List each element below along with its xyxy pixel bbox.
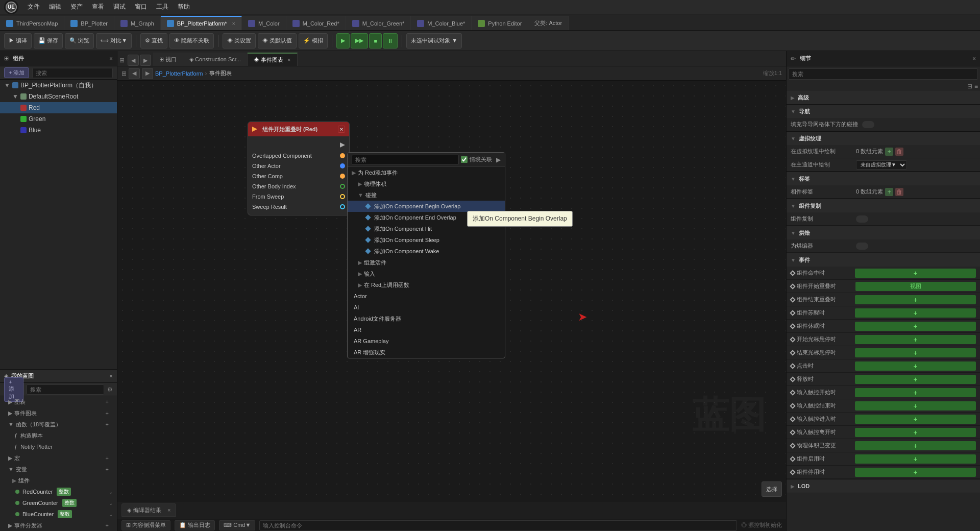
breadcrumb-bp[interactable]: BP_PlotterPlatform	[155, 70, 203, 77]
content-sidebar-button[interactable]: ⊞ 内容侧滑菜单	[121, 520, 170, 530]
compile-button[interactable]: ▶ 编译	[4, 33, 32, 49]
ctx-group-callfunc[interactable]: ▶ 在 Red上调用函数	[348, 279, 505, 291]
eventgraph-tab-close[interactable]: ×	[287, 57, 290, 63]
components-panel-close[interactable]: ×	[109, 55, 113, 62]
menu-view[interactable]: 查看	[88, 2, 108, 12]
bp-section-functions[interactable]: ▼ 函数（18可覆盖） +	[0, 419, 117, 430]
event-add-btn-2[interactable]: +	[855, 295, 976, 304]
my-bp-close[interactable]: ×	[109, 373, 113, 380]
event-add-btn-10[interactable]: +	[855, 401, 976, 411]
bp-section-macro[interactable]: ▶ 宏 +	[0, 452, 117, 464]
ctx-item-ar-ar[interactable]: AR 增强现实	[348, 347, 505, 358]
bp-node-overlap[interactable]: 组件开始重叠时 (Red) × Overlapped Component Oth…	[248, 122, 350, 215]
simulate-button[interactable]: ⚡ 模拟	[299, 33, 328, 49]
menu-file[interactable]: 文件	[23, 2, 44, 12]
eventgraph-add-icon[interactable]: +	[106, 410, 109, 416]
pause-button[interactable]: ⏸	[383, 33, 398, 49]
output-log-button[interactable]: 📋 输出日志	[175, 520, 215, 530]
baking-toggle[interactable]	[856, 243, 868, 250]
tree-item-blue[interactable]: Blue	[0, 125, 117, 136]
tab-python-editor[interactable]: Python Editor	[472, 16, 528, 30]
my-bp-settings-icon[interactable]: ⚙	[107, 386, 113, 393]
ctx-group-activate[interactable]: ▶ 组激活件	[348, 257, 505, 268]
tab-m-color-red[interactable]: M_Color_Red*	[286, 16, 346, 30]
nav-fill-toggle[interactable]	[862, 121, 874, 128]
breadcrumb-back[interactable]: ◀	[129, 68, 140, 79]
tags-add[interactable]: +	[885, 188, 893, 196]
ctx-group-physics[interactable]: ▶ 物理体积	[348, 178, 505, 189]
console-input[interactable]	[259, 520, 737, 530]
event-add-btn-5[interactable]: +	[855, 335, 976, 344]
event-add-btn-12[interactable]: +	[855, 428, 976, 437]
bp-item-notify-plotter[interactable]: ƒ Notify Plotter	[0, 441, 117, 452]
tree-item-bpplotterplatform[interactable]: ▼ BP_PlotterPlatform（自我）	[0, 80, 117, 91]
event-add-btn-3[interactable]: +	[855, 308, 976, 318]
debug-target-dropdown[interactable]: 未选中调试对象 ▼	[406, 33, 462, 49]
macro-add-icon[interactable]: +	[106, 455, 109, 461]
nav-back-button[interactable]: ◀	[128, 55, 139, 66]
ctx-context-checkbox[interactable]	[461, 156, 468, 163]
vt-main-select[interactable]: 未自虚拟纹理▼	[856, 160, 907, 170]
event-add-btn-9[interactable]: +	[855, 388, 976, 397]
vt-draw-del[interactable]: 🗑	[895, 148, 903, 156]
tab-close-bp-plotterplatform[interactable]: ×	[232, 20, 235, 27]
cmd-button[interactable]: ⌨ Cmd▼	[219, 520, 255, 530]
tab-bp-plotter[interactable]: BP_Plotter	[64, 16, 114, 30]
pin-other-actor[interactable]	[340, 163, 345, 168]
menu-help[interactable]: 帮助	[174, 2, 194, 12]
component-search-input[interactable]	[32, 68, 113, 78]
eventdispatcher-add-icon[interactable]: +	[106, 522, 109, 528]
var-item-redcounter[interactable]: RedCounter 整数 ⌄	[0, 486, 117, 497]
bp-item-construction-script[interactable]: ƒ 构造脚本	[0, 430, 117, 441]
bp-section-graph[interactable]: ▶ 图表 +	[0, 396, 117, 407]
pin-other-body[interactable]	[340, 184, 345, 189]
var-item-components[interactable]: ▶ 组件	[0, 475, 117, 486]
compiler-results-tab[interactable]: ◈ 编译器结果 ×	[121, 503, 176, 517]
event-view-btn-1[interactable]: 视图	[855, 282, 976, 291]
tab-m-color[interactable]: M_Color	[242, 16, 286, 30]
section-header-advanced[interactable]: ▶ 高级	[787, 91, 980, 104]
event-add-btn-4[interactable]: +	[855, 322, 976, 331]
view-grid-icon[interactable]: ⊟	[967, 83, 972, 90]
center-tab-viewport[interactable]: ⊞ 视口	[153, 53, 183, 66]
diff-button[interactable]: ⟺ 对比▼	[96, 33, 132, 49]
event-add-btn-14[interactable]: +	[855, 454, 976, 464]
save-button[interactable]: 💾 保存	[34, 33, 63, 49]
section-header-navigation[interactable]: ▼ 导航	[787, 105, 980, 118]
var-item-greencounter[interactable]: GreenCounter 整数 ⌄	[0, 497, 117, 509]
event-add-btn-7[interactable]: +	[855, 361, 976, 371]
canvas-ok-button[interactable]: 选择	[762, 481, 782, 497]
play-button[interactable]: ▶	[336, 33, 350, 49]
stop-button[interactable]: ■	[369, 33, 382, 49]
tab-m-graph[interactable]: M_Graph	[114, 16, 161, 30]
center-tab-eventgraph[interactable]: ◈ 事件图表 ×	[248, 53, 298, 66]
event-add-btn-15[interactable]: +	[855, 468, 976, 477]
class-defaults-button[interactable]: ◈ 类默认值	[258, 33, 297, 49]
nav-forward-button[interactable]: ▶	[140, 55, 151, 66]
event-add-btn-11[interactable]: +	[855, 415, 976, 424]
view-list-icon[interactable]: ≡	[974, 83, 978, 90]
ctx-item-android[interactable]: Android文件服务器	[348, 313, 505, 324]
pin-other-comp[interactable]	[340, 174, 345, 179]
ctx-item-ai[interactable]: AI	[348, 302, 505, 313]
section-header-lod[interactable]: ▶ LOD	[787, 479, 980, 493]
tree-item-red[interactable]: Red	[0, 102, 117, 113]
debug-button[interactable]: ⚙ 直找	[140, 33, 167, 49]
bp-section-variables[interactable]: ▼ 变量 +	[0, 464, 117, 475]
hide-button[interactable]: 👁 隐藏不关联	[169, 33, 214, 49]
section-header-events[interactable]: ▼ 事件	[787, 253, 980, 267]
replication-toggle[interactable]	[856, 215, 868, 223]
breadcrumb-forward[interactable]: ▶	[142, 68, 153, 79]
event-add-btn-13[interactable]: +	[855, 441, 976, 450]
bp-section-eventdispatcher[interactable]: ▶ 事件分发器 +	[0, 520, 117, 531]
menu-assets[interactable]: 资产	[66, 2, 87, 12]
tags-del[interactable]: 🗑	[895, 188, 903, 196]
ctx-item-ar[interactable]: AR	[348, 324, 505, 335]
section-header-baking[interactable]: ▼ 烘焙	[787, 226, 980, 239]
bp-canvas[interactable]: 组件开始重叠时 (Red) × Overlapped Component Oth…	[117, 81, 786, 501]
functions-add-icon[interactable]: +	[106, 421, 109, 427]
ctx-group-collision[interactable]: ▼ 碰撞	[348, 189, 505, 201]
event-add-btn-0[interactable]: +	[855, 269, 976, 278]
play2-button[interactable]: ▶▶	[351, 33, 368, 49]
ctx-context-label[interactable]: 情境关联	[461, 156, 492, 163]
